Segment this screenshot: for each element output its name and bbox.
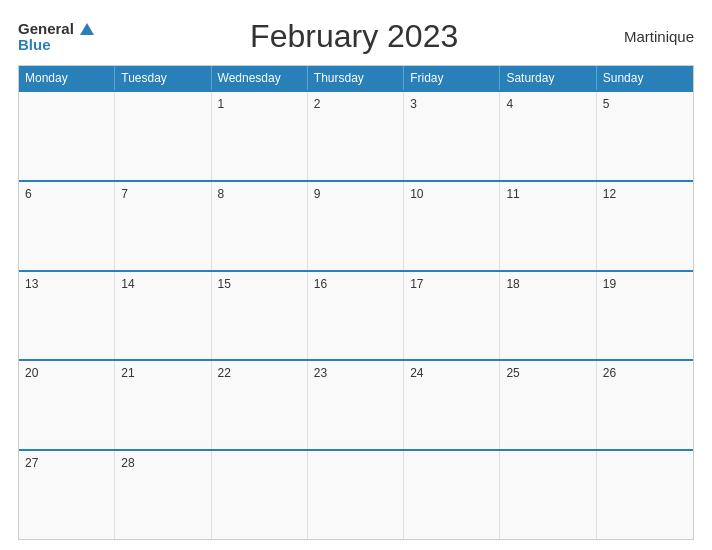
day-number: 14 <box>121 277 204 291</box>
calendar-cell-1-3: 1 <box>212 92 308 180</box>
calendar-cell-1-7: 5 <box>597 92 693 180</box>
calendar-cell-3-5: 17 <box>404 272 500 360</box>
calendar-cell-2-1: 6 <box>19 182 115 270</box>
calendar-cell-2-6: 11 <box>500 182 596 270</box>
calendar-cell-5-2: 28 <box>115 451 211 539</box>
day-number: 11 <box>506 187 589 201</box>
day-number: 2 <box>314 97 397 111</box>
header-monday: Monday <box>19 66 115 90</box>
calendar-cell-3-4: 16 <box>308 272 404 360</box>
region-label: Martinique <box>614 28 694 45</box>
calendar-page: General Blue February 2023 Martinique Mo… <box>0 0 712 550</box>
day-number: 26 <box>603 366 687 380</box>
header-wednesday: Wednesday <box>212 66 308 90</box>
logo-general-text: General <box>18 20 74 37</box>
calendar-cell-4-4: 23 <box>308 361 404 449</box>
calendar-cell-4-5: 24 <box>404 361 500 449</box>
header-friday: Friday <box>404 66 500 90</box>
logo: General Blue <box>18 21 94 53</box>
calendar-cell-3-1: 13 <box>19 272 115 360</box>
logo-triangle-icon <box>80 23 94 35</box>
calendar-cell-4-2: 21 <box>115 361 211 449</box>
logo-line2: Blue <box>18 37 94 53</box>
logo-blue-text: Blue <box>18 36 51 53</box>
calendar-week-row-3: 13141516171819 <box>19 270 693 360</box>
calendar-cell-1-5: 3 <box>404 92 500 180</box>
calendar-cell-4-1: 20 <box>19 361 115 449</box>
calendar-cell-2-4: 9 <box>308 182 404 270</box>
calendar-cell-4-3: 22 <box>212 361 308 449</box>
day-number: 9 <box>314 187 397 201</box>
day-number: 12 <box>603 187 687 201</box>
calendar-cell-5-6 <box>500 451 596 539</box>
calendar-cell-3-6: 18 <box>500 272 596 360</box>
calendar-week-row-4: 20212223242526 <box>19 359 693 449</box>
calendar-cell-1-4: 2 <box>308 92 404 180</box>
calendar-week-row-2: 6789101112 <box>19 180 693 270</box>
day-number: 13 <box>25 277 108 291</box>
day-number: 18 <box>506 277 589 291</box>
calendar-cell-3-7: 19 <box>597 272 693 360</box>
day-number: 23 <box>314 366 397 380</box>
calendar-grid: Monday Tuesday Wednesday Thursday Friday… <box>18 65 694 540</box>
calendar-cell-1-1 <box>19 92 115 180</box>
day-number: 6 <box>25 187 108 201</box>
calendar-cell-2-7: 12 <box>597 182 693 270</box>
logo-line1: General <box>18 21 94 37</box>
day-number: 17 <box>410 277 493 291</box>
day-number: 7 <box>121 187 204 201</box>
calendar-cell-3-3: 15 <box>212 272 308 360</box>
day-number: 22 <box>218 366 301 380</box>
day-number: 16 <box>314 277 397 291</box>
calendar-header-row: Monday Tuesday Wednesday Thursday Friday… <box>19 66 693 90</box>
calendar-cell-2-5: 10 <box>404 182 500 270</box>
calendar-cell-5-7 <box>597 451 693 539</box>
day-number: 21 <box>121 366 204 380</box>
calendar-cell-4-6: 25 <box>500 361 596 449</box>
calendar-cell-1-2 <box>115 92 211 180</box>
page-header: General Blue February 2023 Martinique <box>18 18 694 55</box>
day-number: 8 <box>218 187 301 201</box>
calendar-cell-4-7: 26 <box>597 361 693 449</box>
calendar-cell-5-3 <box>212 451 308 539</box>
day-number: 25 <box>506 366 589 380</box>
calendar-cell-1-6: 4 <box>500 92 596 180</box>
calendar-cell-5-4 <box>308 451 404 539</box>
calendar-cell-2-3: 8 <box>212 182 308 270</box>
calendar-week-row-5: 2728 <box>19 449 693 539</box>
header-tuesday: Tuesday <box>115 66 211 90</box>
calendar-cell-2-2: 7 <box>115 182 211 270</box>
day-number: 20 <box>25 366 108 380</box>
header-saturday: Saturday <box>500 66 596 90</box>
day-number: 27 <box>25 456 108 470</box>
calendar-cell-5-5 <box>404 451 500 539</box>
calendar-cell-3-2: 14 <box>115 272 211 360</box>
calendar-week-row-1: 12345 <box>19 90 693 180</box>
day-number: 15 <box>218 277 301 291</box>
day-number: 10 <box>410 187 493 201</box>
day-number: 4 <box>506 97 589 111</box>
day-number: 3 <box>410 97 493 111</box>
calendar-title: February 2023 <box>94 18 614 55</box>
calendar-cell-5-1: 27 <box>19 451 115 539</box>
day-number: 5 <box>603 97 687 111</box>
day-number: 19 <box>603 277 687 291</box>
header-sunday: Sunday <box>597 66 693 90</box>
day-number: 1 <box>218 97 301 111</box>
day-number: 24 <box>410 366 493 380</box>
header-thursday: Thursday <box>308 66 404 90</box>
calendar-body: 1234567891011121314151617181920212223242… <box>19 90 693 539</box>
day-number: 28 <box>121 456 204 470</box>
